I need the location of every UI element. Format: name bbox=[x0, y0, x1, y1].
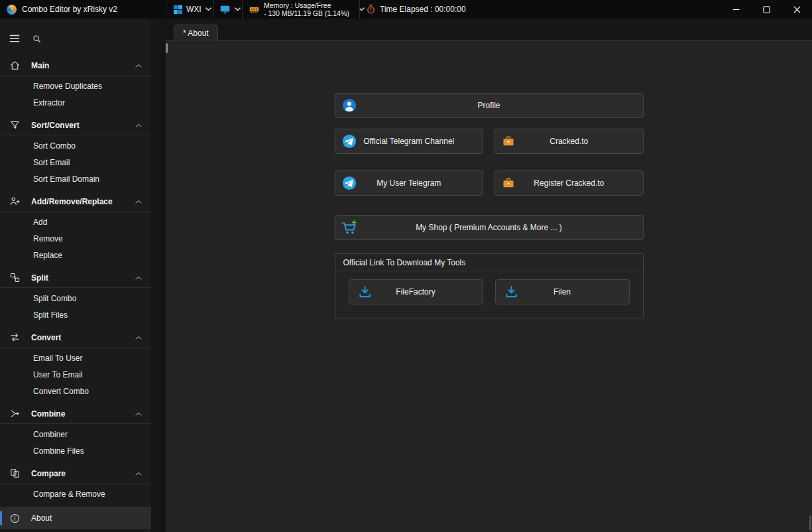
funnel-icon bbox=[9, 119, 21, 131]
sidebar-sections: Main Remove Duplicates Extractor Sort/Co… bbox=[0, 53, 151, 507]
briefcase-icon bbox=[502, 135, 515, 148]
sidebar-item-remove[interactable]: Remove bbox=[0, 230, 151, 247]
scrollbar-thumb-right[interactable] bbox=[809, 515, 811, 530]
sidebar-section-convert[interactable]: Convert bbox=[0, 328, 151, 348]
download-icon bbox=[357, 285, 373, 300]
person-edit-icon bbox=[9, 196, 21, 207]
section-items: Compare & Remove bbox=[0, 484, 151, 507]
sidebar-item-sort-email-domain[interactable]: Sort Email Domain bbox=[0, 170, 151, 187]
telegram-channel-button[interactable]: Official Telegram Channel bbox=[335, 129, 484, 154]
scrollbar-thumb-left[interactable] bbox=[166, 43, 168, 53]
app-logo-icon bbox=[7, 5, 17, 15]
my-shop-button[interactable]: My Shop ( Premium Accounts & More ... ) bbox=[335, 215, 644, 240]
titlebar-separator bbox=[166, 0, 166, 19]
profile-icon bbox=[342, 98, 357, 113]
filefactory-button[interactable]: FileFactory bbox=[349, 279, 483, 304]
tab-about[interactable]: * About bbox=[174, 25, 218, 41]
combine-icon bbox=[9, 408, 21, 419]
cart-icon bbox=[341, 220, 359, 235]
sidebar-item-sort-combo[interactable]: Sort Combo bbox=[0, 137, 151, 154]
section-items: Remove Duplicates Extractor bbox=[0, 76, 151, 115]
filen-button[interactable]: Filen bbox=[495, 279, 630, 304]
download-group-title: Official Link To Download My Tools bbox=[335, 254, 643, 271]
sidebar-section-main[interactable]: Main bbox=[0, 56, 151, 76]
chevron-up-icon bbox=[135, 199, 143, 204]
wxi-dropdown[interactable]: WXI bbox=[174, 0, 211, 19]
button-label: Register Cracked.to bbox=[534, 178, 604, 188]
compare-icon bbox=[9, 468, 21, 479]
sidebar-item-convert-combo[interactable]: Convert Combo bbox=[0, 383, 151, 399]
stopwatch-icon bbox=[366, 4, 376, 15]
titlebar-separator bbox=[213, 0, 214, 19]
search-icon[interactable] bbox=[32, 34, 42, 44]
memory-readout: Memory : Usage/Free - 130 MB/11.19 GB (1… bbox=[264, 1, 349, 17]
sidebar-item-combine-files[interactable]: Combine Files bbox=[0, 442, 151, 459]
register-cracked-to-button[interactable]: Register Cracked.to bbox=[494, 170, 644, 196]
telegram-icon bbox=[342, 176, 357, 190]
hamburger-menu-icon[interactable] bbox=[8, 32, 21, 45]
button-label: Cracked.to bbox=[550, 137, 588, 146]
chevron-up-icon bbox=[135, 123, 143, 128]
download-group: Official Link To Download My Tools FileF… bbox=[335, 253, 644, 318]
titlebar: Combo Editor by xRisky v2 WXI bbox=[0, 0, 812, 19]
sidebar-section-combine[interactable]: Combine bbox=[0, 404, 151, 424]
sidebar-item-remove-duplicates[interactable]: Remove Duplicates bbox=[0, 78, 151, 94]
minimize-icon bbox=[732, 6, 740, 13]
sidebar-item-replace[interactable]: Replace bbox=[0, 247, 151, 263]
sidebar-item-email-to-user[interactable]: Email To User bbox=[0, 350, 151, 366]
sidebar-item-label: About bbox=[31, 513, 52, 523]
sidebar-section-add-remove-replace[interactable]: Add/Remove/Replace bbox=[0, 192, 151, 212]
maximize-button[interactable] bbox=[751, 0, 782, 19]
minimize-button[interactable] bbox=[721, 0, 751, 19]
chevron-up-icon bbox=[135, 63, 143, 68]
section-label: Main bbox=[31, 61, 49, 70]
titlebar-separator bbox=[359, 0, 360, 19]
windows-logo-icon bbox=[174, 5, 182, 14]
sidebar-item-compare-remove[interactable]: Compare & Remove bbox=[0, 486, 151, 502]
sidebar-section-compare[interactable]: Compare bbox=[0, 464, 151, 484]
sidebar-item-split-combo[interactable]: Split Combo bbox=[0, 290, 151, 306]
info-icon bbox=[9, 513, 21, 524]
button-label: Profile bbox=[477, 101, 500, 110]
sidebar-item-extractor[interactable]: Extractor bbox=[0, 94, 151, 111]
maximize-icon bbox=[763, 6, 770, 13]
section-items: Sort Combo Sort Email Sort Email Domain bbox=[0, 135, 151, 192]
button-label: Filen bbox=[553, 287, 571, 297]
memory-value: - 130 MB/11.19 GB (1.14%) bbox=[264, 9, 349, 17]
section-items: Add Remove Replace bbox=[0, 212, 151, 268]
section-label: Compare bbox=[31, 469, 66, 478]
app-title: Combo Editor by xRisky v2 bbox=[22, 5, 117, 14]
app-window: Combo Editor by xRisky v2 WXI bbox=[0, 0, 812, 532]
memory-dropdown[interactable]: Memory : Usage/Free - 130 MB/11.19 GB (1… bbox=[249, 0, 365, 19]
about-content: Profile Official Telegram Channel bbox=[335, 93, 644, 318]
wxi-label: WXI bbox=[186, 5, 202, 14]
my-user-telegram-button[interactable]: My User Telegram bbox=[335, 170, 484, 196]
sidebar-section-split[interactable]: Split bbox=[0, 268, 151, 288]
section-items: Split Combo Split Files bbox=[0, 288, 151, 328]
time-elapsed: Time Elapsed : 00:00:00 bbox=[366, 0, 466, 19]
section-label: Convert bbox=[31, 333, 61, 342]
button-label: My Shop ( Premium Accounts & More ... ) bbox=[416, 223, 562, 232]
sidebar-section-sort-convert[interactable]: Sort/Convert bbox=[0, 115, 151, 135]
telegram-icon bbox=[342, 134, 357, 149]
section-label: Split bbox=[31, 273, 48, 283]
display-dropdown[interactable] bbox=[219, 0, 241, 19]
split-icon bbox=[9, 272, 21, 283]
sidebar-item-combiner[interactable]: Combiner bbox=[0, 426, 151, 442]
sidebar-item-about[interactable]: About bbox=[0, 507, 151, 529]
sidebar-item-user-to-email[interactable]: User To Email bbox=[0, 366, 151, 383]
profile-button[interactable]: Profile bbox=[335, 93, 644, 118]
button-label: FileFactory bbox=[396, 287, 435, 297]
chevron-up-icon bbox=[135, 471, 143, 476]
download-icon bbox=[504, 285, 519, 300]
cracked-to-button[interactable]: Cracked.to bbox=[494, 129, 644, 154]
sidebar-item-add[interactable]: Add bbox=[0, 214, 151, 230]
selection-accent bbox=[0, 511, 2, 525]
tab-label: * About bbox=[183, 29, 209, 38]
sidebar-item-sort-email[interactable]: Sort Email bbox=[0, 154, 151, 170]
close-button[interactable] bbox=[782, 0, 812, 19]
sidebar-item-split-files[interactable]: Split Files bbox=[0, 306, 151, 323]
chevron-up-icon bbox=[135, 275, 143, 281]
chevron-up-icon bbox=[135, 411, 143, 417]
section-items: Combiner Combine Files bbox=[0, 424, 151, 464]
